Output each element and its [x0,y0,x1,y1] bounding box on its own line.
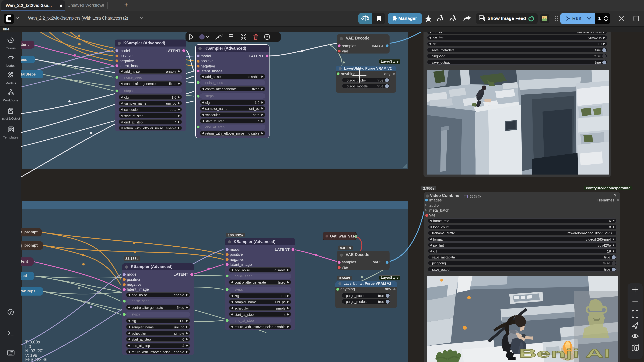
svg-text:Benji AI: Benji AI [519,347,610,360]
svg-text:?: ? [10,310,12,315]
svg-text:?: ? [266,35,268,39]
